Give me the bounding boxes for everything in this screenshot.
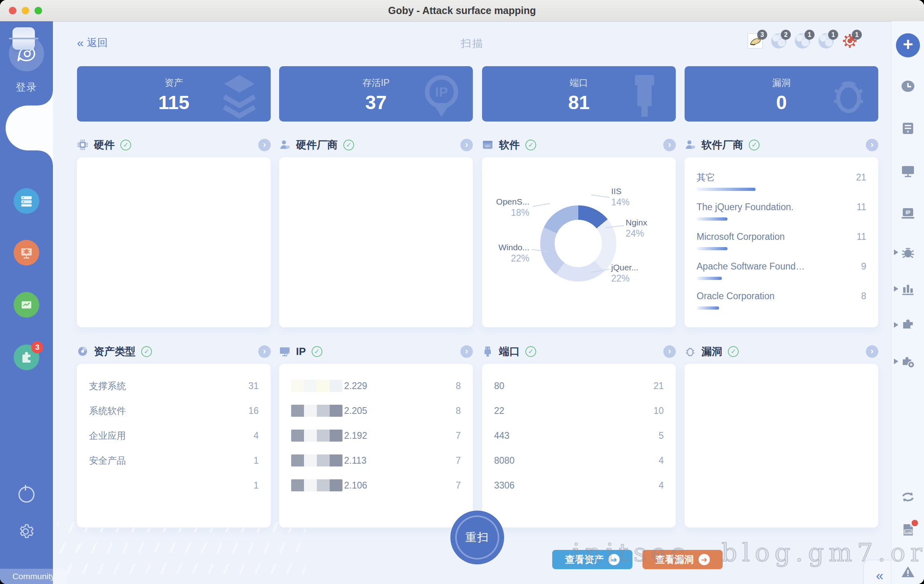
puzzle-run-icon[interactable] <box>901 354 915 369</box>
vendor-row[interactable]: The jQuery Foundation. 11 <box>697 201 866 221</box>
puzzle-icon <box>20 351 33 364</box>
port-row[interactable]: 443 5 <box>494 427 664 444</box>
vendor-count: 21 <box>856 172 866 183</box>
vendor-name: Microsoft Corporation <box>697 231 785 242</box>
status-icon-badge: 2 <box>781 30 791 40</box>
panel-expand-button[interactable]: › <box>460 139 473 151</box>
warning-icon[interactable] <box>901 565 915 579</box>
list-item[interactable]: 系统软件 16 <box>89 402 259 419</box>
status-icon-badge: 1 <box>828 30 838 40</box>
panel-port: 80 21 22 10 443 5 8080 4 3306 4 <box>482 364 676 527</box>
leader-line <box>591 195 610 198</box>
close-window-button[interactable] <box>9 7 16 14</box>
vendor-row[interactable]: Microsoft Corporation 11 <box>697 230 866 250</box>
sidebar-item-vulnerabilities[interactable] <box>14 240 39 266</box>
main-content: « 返回 扫描 3 2 1 1 1 <box>53 21 892 584</box>
ip-count: 8 <box>456 381 461 391</box>
stat-card-assets[interactable]: 资产 115 <box>77 66 271 122</box>
check-icon: ✓ <box>525 140 536 150</box>
server-icon[interactable] <box>901 121 915 136</box>
vendor-row[interactable]: Oracle Corporation 8 <box>697 290 866 310</box>
list-item[interactable]: 1 <box>89 477 259 494</box>
collapse-panel-button[interactable]: « <box>863 560 894 584</box>
ip-row[interactable]: 2.192 7 <box>291 427 461 444</box>
vendor-name: The jQuery Foundation. <box>697 202 794 213</box>
stat-card-live-ip[interactable]: 存活IP 37 IP <box>279 66 473 122</box>
status-icon[interactable]: 1 <box>842 33 857 49</box>
vendor-row[interactable]: 其它 21 <box>697 171 866 191</box>
panel-title: 软件 <box>499 138 520 152</box>
status-icon-badge: 1 <box>852 30 862 40</box>
settings-gear-icon[interactable] <box>18 523 34 539</box>
panel-expand-button[interactable]: › <box>258 345 271 358</box>
history-clock-icon[interactable] <box>901 79 915 93</box>
panel-expand-button[interactable]: › <box>663 139 676 151</box>
power-icon[interactable] <box>18 487 34 503</box>
status-icon[interactable]: 1 <box>795 33 810 49</box>
refresh-icon[interactable] <box>901 490 915 504</box>
plugins-badge: 3 <box>31 341 43 353</box>
port-row[interactable]: 8080 4 <box>494 452 664 469</box>
add-scan-button[interactable]: + <box>896 33 920 57</box>
svg-text:IP: IP <box>435 84 448 99</box>
expand-arrow-icon[interactable] <box>894 249 898 255</box>
rescan-button[interactable]: 重扫 <box>452 513 502 562</box>
bar-chart-icon[interactable] <box>901 282 915 296</box>
panel-header-software: </> 软件 ✓ › <box>482 136 676 154</box>
bug-icon[interactable] <box>901 245 915 260</box>
donut-label: jQuer...22% <box>611 262 638 284</box>
panel-header-vuln: 漏洞 ✓ › <box>685 342 878 361</box>
ip-row[interactable]: 2.106 7 <box>291 477 461 494</box>
list-item[interactable]: 安全产品 1 <box>89 452 259 469</box>
vendor-list: 其它 21 The jQuery Foundation. 11 Microsof… <box>685 157 878 310</box>
status-icon[interactable]: 3 <box>748 33 763 49</box>
panel-expand-button[interactable]: › <box>866 139 878 151</box>
ip-row[interactable]: 2.205 8 <box>291 402 461 419</box>
status-icon[interactable]: 2 <box>771 33 786 49</box>
sidebar-item-reports[interactable] <box>14 292 39 318</box>
server-icon <box>20 194 33 208</box>
item-count: 31 <box>248 381 259 391</box>
puzzle-icon[interactable] <box>901 318 915 332</box>
log-file-icon[interactable]: Log <box>901 523 915 537</box>
panel-expand-button[interactable]: › <box>460 345 473 358</box>
ip-count: 7 <box>456 480 461 491</box>
ip-laptop-icon[interactable]: IP <box>901 206 915 221</box>
list-item[interactable]: 支撑系统 31 <box>89 377 259 394</box>
view-assets-button[interactable]: 查看资产 ➔ <box>552 550 632 569</box>
status-icon[interactable]: 1 <box>819 33 834 49</box>
vendor-row[interactable]: Apache Software Found… 9 <box>697 260 866 280</box>
panel-expand-button[interactable]: › <box>866 345 878 358</box>
list-item[interactable]: 企业应用 4 <box>89 427 259 444</box>
sidebar-item-scan[interactable] <box>9 24 38 53</box>
expand-arrow-icon[interactable] <box>894 359 898 364</box>
sidebar-item-assets[interactable] <box>14 188 39 214</box>
expand-arrow-icon[interactable] <box>894 322 898 328</box>
layers-icon <box>215 72 263 120</box>
monitor-icon[interactable] <box>901 164 915 178</box>
vendor-count: 9 <box>861 261 866 272</box>
monitor-icon <box>279 346 290 357</box>
panel-expand-button[interactable]: › <box>258 139 271 151</box>
port-count: 10 <box>653 406 664 416</box>
port-row[interactable]: 80 21 <box>494 377 664 394</box>
zoom-window-button[interactable] <box>34 7 42 14</box>
port-row[interactable]: 3306 4 <box>494 477 664 494</box>
port-number: 3306 <box>494 480 515 491</box>
vendor-name: Apache Software Found… <box>697 261 805 272</box>
stat-card-ports[interactable]: 端口 81 <box>482 66 676 122</box>
panel-expand-button[interactable]: › <box>663 345 676 358</box>
ip-suffix: 2.192 <box>344 430 367 441</box>
vendor-bar <box>697 247 727 250</box>
stat-card-vulnerabilities[interactable]: 漏洞 0 <box>685 66 878 122</box>
ip-row[interactable]: 2.229 8 <box>291 377 461 394</box>
status-icon-badge: 3 <box>757 30 767 40</box>
bug-icon <box>823 72 871 120</box>
minimize-window-button[interactable] <box>22 7 29 14</box>
leader-line <box>533 203 550 207</box>
sidebar-item-plugins[interactable]: 3 <box>14 345 39 370</box>
port-row[interactable]: 22 10 <box>494 402 664 419</box>
view-vulns-button[interactable]: 查看漏洞 ➔ <box>642 550 723 569</box>
expand-arrow-icon[interactable] <box>894 286 898 292</box>
ip-row[interactable]: 2.113 7 <box>291 452 461 469</box>
